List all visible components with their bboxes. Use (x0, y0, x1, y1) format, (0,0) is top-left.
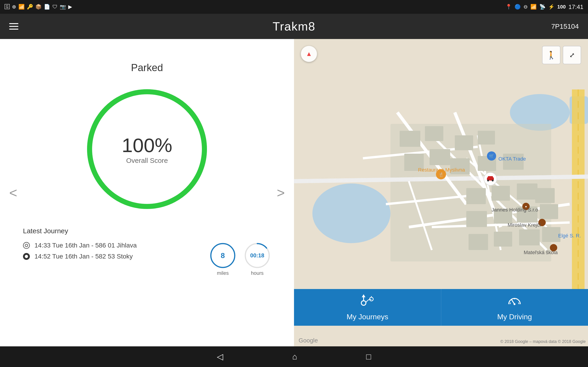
vehicle-status: Parked (131, 62, 163, 73)
miles-label: miles (217, 270, 229, 276)
hours-label: hours (251, 270, 263, 276)
driving-svg (506, 294, 523, 308)
svg-rect-42 (468, 234, 488, 250)
status-bar: 🄶 ⊕ 📶 🔑 📦 📄 🛡 📷 ▶ 📍 🔵 ⊖ 📶 📡 ⚡ 100 17:41 (0, 0, 588, 14)
journey-details: 14:33 Tue 16th Jan - 586 01 Jihlava 14:5… (23, 242, 271, 276)
miles-value: 8 (221, 251, 225, 260)
svg-text:Restaurace Myslivna: Restaurace Myslivna (418, 167, 465, 173)
stop-start-text: 14:33 Tue 16th Jan - 586 01 Jihlava (35, 242, 137, 249)
svg-rect-26 (425, 126, 443, 141)
next-arrow[interactable]: > (272, 180, 289, 205)
icon3: 📶 (18, 4, 25, 10)
journey-stats: 8 miles 00:18 (209, 242, 271, 276)
icon7: 🛡 (52, 4, 57, 10)
journey-stops: 14:33 Tue 16th Jan - 586 01 Jihlava 14:5… (23, 242, 137, 260)
journey-stop-start: 14:33 Tue 16th Jan - 586 01 Jihlava (23, 242, 137, 249)
right-panel: 🛒 OKTA Trade 🍴 Restaurace Myslivna ● Jan… (294, 39, 588, 346)
my-driving-button[interactable]: My Driving (441, 289, 588, 326)
main-content: Parked 100% Overall Score < > Latest Jou… (0, 39, 588, 346)
status-bar-right: 📍 🔵 ⊖ 📶 📡 ⚡ 100 17:41 (506, 3, 583, 10)
google-logo: Google (299, 337, 318, 344)
hamburger-line-3 (9, 29, 18, 30)
svg-text:🍴: 🍴 (439, 172, 444, 177)
svg-marker-67 (362, 294, 365, 297)
dnd-icon: ⊖ (523, 4, 527, 10)
svg-point-55 (487, 180, 489, 181)
hamburger-line-2 (9, 26, 18, 27)
android-nav-bar: ◁ ⌂ □ (0, 346, 588, 367)
my-driving-label: My Driving (497, 313, 532, 321)
svg-rect-34 (466, 188, 486, 204)
stop-icon-end (23, 253, 30, 260)
svg-point-56 (492, 180, 493, 181)
fullscreen-icon: ⤢ (569, 51, 575, 59)
svg-rect-25 (400, 131, 420, 147)
map-attribution: © 2018 Google – mapová data © 2018 Googl… (500, 339, 586, 344)
svg-point-65 (361, 301, 366, 305)
bottom-buttons: My Journeys My Driving (294, 289, 588, 326)
svg-point-71 (514, 303, 515, 305)
journeys-svg (359, 294, 376, 308)
hours-value: 00:18 (250, 252, 264, 259)
stop-end-text: 14:52 Tue 16th Jan - 582 53 Stoky (35, 253, 133, 260)
signal-icon: 📡 (539, 4, 545, 10)
svg-text:Miroslav Krejčí: Miroslav Krejčí (508, 222, 541, 228)
home-button[interactable]: ⌂ (292, 352, 297, 361)
prev-arrow[interactable]: < (5, 180, 22, 205)
google-label: Google (299, 337, 318, 344)
my-journeys-button[interactable]: My Journeys (294, 289, 441, 326)
hamburger-line-1 (9, 23, 18, 24)
recents-button[interactable]: □ (366, 352, 371, 361)
svg-rect-30 (478, 131, 495, 144)
journey-stop-end: 14:52 Tue 16th Jan - 582 53 Stoky (23, 253, 137, 260)
bolt-icon: ⚡ (548, 4, 554, 10)
location-icon: 📍 (506, 4, 512, 10)
hours-ring: 00:18 (243, 242, 271, 269)
back-button[interactable]: ◁ (217, 352, 223, 361)
svg-rect-54 (488, 176, 493, 178)
svg-text:Mateřská škola: Mateřská škola (524, 250, 558, 255)
icon6: 📄 (44, 4, 50, 10)
icon5: 📦 (35, 4, 42, 10)
icon9: ▶ (68, 4, 72, 10)
svg-rect-45 (542, 227, 561, 242)
battery-text: 100 (557, 4, 566, 10)
map-button-group: 🚶 ⤢ (542, 46, 581, 64)
svg-rect-28 (430, 149, 450, 165)
svg-text:OKTA Trade: OKTA Trade (498, 156, 526, 162)
pedestrian-mode-button[interactable]: 🚶 (542, 46, 561, 64)
svg-rect-43 (494, 232, 512, 247)
svg-text:🛒: 🛒 (489, 153, 494, 158)
svg-text:Elgé S. R.: Elgé S. R. (558, 233, 581, 239)
score-label: Overall Score (126, 157, 168, 165)
svg-line-72 (510, 302, 510, 304)
wifi-icon: 📶 (530, 4, 536, 10)
stop-icon-start (23, 242, 30, 249)
app-header: Trakm8 7P15104 (0, 14, 588, 39)
svg-rect-37 (535, 188, 555, 203)
icon2: ⊕ (12, 4, 16, 10)
icon4: 🔑 (27, 4, 33, 10)
compass-icon: ▲ (306, 50, 312, 58)
pedestrian-icon: 🚶 (546, 50, 556, 60)
hamburger-button[interactable] (7, 21, 21, 32)
fullscreen-button[interactable]: ⤢ (563, 46, 581, 64)
svg-rect-41 (540, 204, 558, 219)
bluetooth-icon: 🔵 (515, 4, 521, 10)
svg-rect-35 (492, 186, 510, 201)
svg-rect-36 (517, 184, 537, 200)
score-percent: 100% (122, 134, 172, 157)
journey-section: Latest Journey 14:33 Tue 16th Jan - 586 … (14, 227, 280, 276)
time-display: 17:41 (569, 3, 583, 10)
svg-rect-44 (519, 229, 540, 245)
my-journeys-icon (359, 294, 376, 310)
miles-stat: 8 miles (209, 242, 237, 276)
compass-button[interactable]: ▲ (301, 46, 317, 62)
score-circle-container: 100% Overall Score (80, 83, 214, 216)
score-inner: 100% Overall Score (122, 134, 172, 165)
svg-rect-29 (455, 135, 473, 150)
my-driving-icon (506, 294, 523, 310)
device-id: 7P15104 (551, 23, 579, 30)
svg-rect-38 (466, 211, 487, 227)
network-icon: 🄶 (5, 4, 10, 10)
